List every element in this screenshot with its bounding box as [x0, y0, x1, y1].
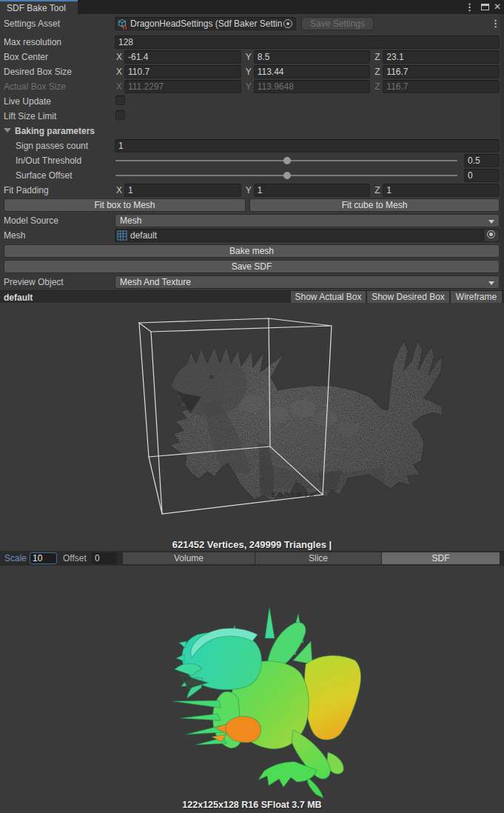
svg-text:{}: {} [122, 24, 127, 30]
svg-text:EGR+WYX: EGR+WYX [272, 491, 315, 498]
